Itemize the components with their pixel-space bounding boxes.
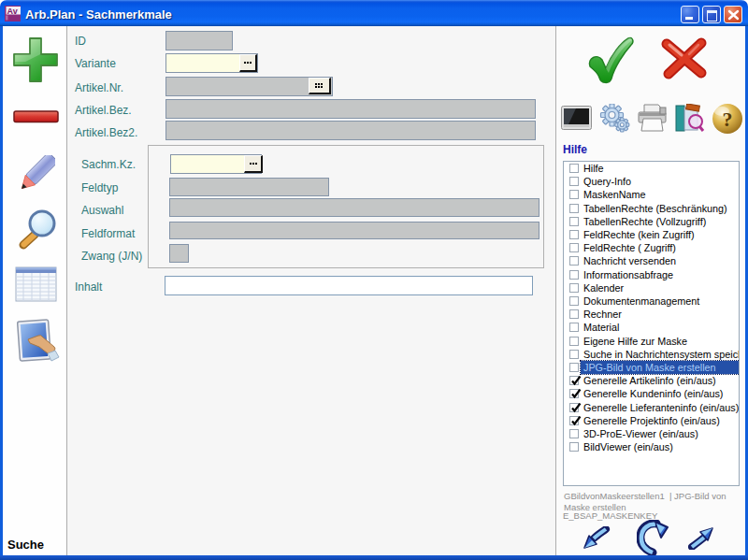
svg-text:Av: Av <box>7 7 18 16</box>
svg-text:?: ? <box>723 108 733 131</box>
